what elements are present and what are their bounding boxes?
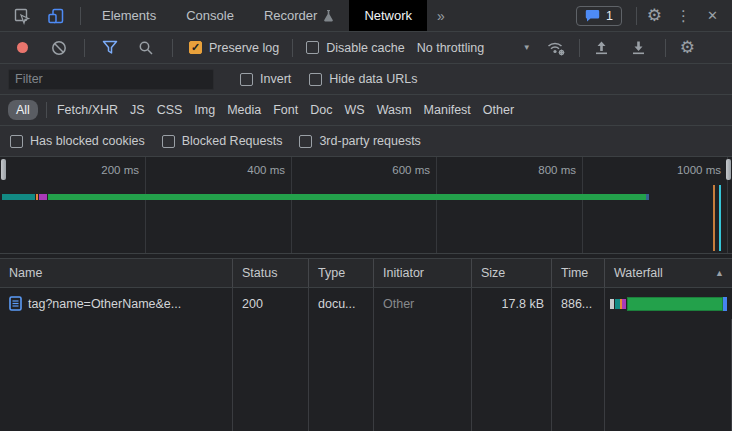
timeline-right-handle[interactable] bbox=[726, 159, 731, 180]
inspect-element-button[interactable] bbox=[12, 6, 32, 26]
empty-cell bbox=[233, 319, 309, 431]
type-filter-css[interactable]: CSS bbox=[157, 103, 183, 117]
toolbar-divider bbox=[172, 39, 173, 57]
column-header-status[interactable]: Status bbox=[233, 259, 309, 287]
column-header-waterfall[interactable]: Waterfall ▲ bbox=[605, 259, 732, 287]
record-button[interactable] bbox=[17, 42, 28, 53]
timeline-gridline bbox=[291, 157, 292, 253]
filter-input[interactable] bbox=[8, 69, 214, 90]
import-har-button[interactable] bbox=[592, 38, 612, 58]
column-label: Time bbox=[561, 266, 588, 280]
network-settings-gear-icon[interactable]: ⚙ bbox=[680, 39, 695, 56]
blocked-requests-checkbox[interactable] bbox=[162, 135, 175, 148]
invert-checkbox[interactable] bbox=[240, 73, 253, 86]
has-blocked-cookies-checkbox[interactable] bbox=[10, 135, 23, 148]
type-filter-font[interactable]: Font bbox=[273, 103, 298, 117]
request-type-cell: docu... bbox=[309, 288, 374, 319]
network-conditions-button[interactable] bbox=[547, 38, 567, 58]
empty-cell bbox=[0, 319, 233, 431]
timeline-tick-1000ms: 1000 ms bbox=[677, 164, 721, 176]
request-waterfall-cell bbox=[605, 288, 732, 319]
column-label: Type bbox=[318, 266, 345, 280]
type-filter-img[interactable]: Img bbox=[194, 103, 215, 117]
column-header-size[interactable]: Size bbox=[472, 259, 552, 287]
type-filter-list: Fetch/XHR JS CSS Img Media Font Doc WS W… bbox=[57, 103, 514, 117]
table-empty-area bbox=[0, 319, 732, 431]
preserve-log-checkbox[interactable]: ✓ bbox=[189, 41, 202, 54]
timeline-left-handle[interactable] bbox=[1, 159, 6, 180]
empty-cell bbox=[309, 319, 374, 431]
column-header-name[interactable]: Name bbox=[0, 259, 233, 287]
empty-cell bbox=[374, 319, 472, 431]
type-filter-manifest[interactable]: Manifest bbox=[424, 103, 471, 117]
request-row[interactable]: tag?name=OtherName&e... 200 docu... Othe… bbox=[0, 288, 732, 319]
third-party-requests-label[interactable]: 3rd-party requests bbox=[319, 134, 420, 148]
type-filter-fetch-xhr[interactable]: Fetch/XHR bbox=[57, 103, 118, 117]
request-status-cell: 200 bbox=[233, 288, 309, 319]
blocked-requests-label[interactable]: Blocked Requests bbox=[182, 134, 283, 148]
column-header-initiator[interactable]: Initiator bbox=[374, 259, 472, 287]
tab-label: Recorder bbox=[264, 0, 317, 31]
waterfall-queue-segment bbox=[610, 299, 614, 309]
search-button[interactable] bbox=[136, 38, 156, 58]
filter-toggle-button[interactable] bbox=[100, 38, 120, 58]
requests-table-header: Name Status Type Initiator Size Time Wat… bbox=[0, 258, 732, 288]
download-icon bbox=[631, 40, 646, 55]
tab-label: Network bbox=[364, 0, 412, 31]
clear-button[interactable] bbox=[49, 38, 69, 58]
tab-console[interactable]: Console bbox=[171, 0, 249, 31]
more-tabs-button[interactable]: » bbox=[427, 8, 455, 24]
issues-bubble-icon bbox=[585, 9, 600, 22]
toolbar-divider bbox=[80, 7, 81, 25]
upload-icon bbox=[594, 40, 609, 55]
type-filter-other[interactable]: Other bbox=[483, 103, 514, 117]
tab-recorder[interactable]: Recorder bbox=[249, 0, 349, 31]
request-size-cell: 17.8 kB bbox=[472, 288, 552, 319]
toolbar-divider bbox=[665, 39, 666, 57]
type-filter-wasm[interactable]: Wasm bbox=[377, 103, 412, 117]
type-filter-all[interactable]: All bbox=[8, 100, 38, 120]
toolbar-divider bbox=[84, 39, 85, 57]
timeline-tick-400ms: 400 ms bbox=[247, 164, 285, 176]
disable-cache-checkbox[interactable] bbox=[306, 41, 319, 54]
device-toolbar-button[interactable] bbox=[46, 6, 66, 26]
close-icon[interactable]: ✕ bbox=[707, 9, 718, 22]
throttling-select[interactable]: No throttling ▼ bbox=[417, 41, 537, 55]
request-name-cell: tag?name=OtherName&e... bbox=[0, 288, 233, 319]
has-blocked-cookies-label[interactable]: Has blocked cookies bbox=[30, 134, 145, 148]
more-options-icon[interactable]: ⋮ bbox=[676, 8, 691, 23]
check-mark: ✓ bbox=[191, 41, 200, 54]
tab-network[interactable]: Network bbox=[349, 0, 427, 31]
search-icon bbox=[138, 40, 154, 56]
disable-cache-label[interactable]: Disable cache bbox=[326, 41, 405, 55]
column-label: Name bbox=[9, 266, 42, 280]
column-header-type[interactable]: Type bbox=[309, 259, 374, 287]
network-overview-timeline[interactable]: 200 ms 400 ms 600 ms 800 ms 1000 ms bbox=[0, 157, 732, 254]
type-filter-media[interactable]: Media bbox=[227, 103, 261, 117]
third-party-requests-checkbox[interactable] bbox=[299, 135, 312, 148]
settings-gear-icon[interactable]: ⚙ bbox=[647, 7, 662, 24]
hide-data-urls-checkbox[interactable] bbox=[309, 73, 322, 86]
resource-type-filter-bar: All Fetch/XHR JS CSS Img Media Font Doc … bbox=[0, 95, 732, 126]
waterfall-ssl-segment bbox=[622, 299, 626, 309]
request-time-cell: 886... bbox=[552, 288, 605, 319]
column-label: Initiator bbox=[383, 266, 424, 280]
type-filter-js[interactable]: JS bbox=[130, 103, 145, 117]
overview-bar-green bbox=[48, 194, 646, 200]
export-har-button[interactable] bbox=[629, 38, 649, 58]
filter-bar: Invert Hide data URLs bbox=[0, 64, 732, 95]
type-filter-doc[interactable]: Doc bbox=[310, 103, 332, 117]
issues-counter[interactable]: 1 bbox=[576, 6, 622, 26]
tab-elements[interactable]: Elements bbox=[87, 0, 171, 31]
throttling-value: No throttling bbox=[417, 41, 484, 55]
column-label: Waterfall bbox=[614, 266, 663, 280]
timeline-tick-600ms: 600 ms bbox=[392, 164, 430, 176]
tab-label: Console bbox=[186, 0, 234, 31]
empty-cell bbox=[552, 319, 605, 431]
invert-label[interactable]: Invert bbox=[260, 72, 291, 86]
column-header-time[interactable]: Time bbox=[552, 259, 605, 287]
hide-data-urls-label[interactable]: Hide data URLs bbox=[329, 72, 417, 86]
type-filter-ws[interactable]: WS bbox=[344, 103, 364, 117]
preserve-log-label[interactable]: Preserve log bbox=[209, 41, 279, 55]
waterfall-download-bar bbox=[627, 297, 723, 311]
